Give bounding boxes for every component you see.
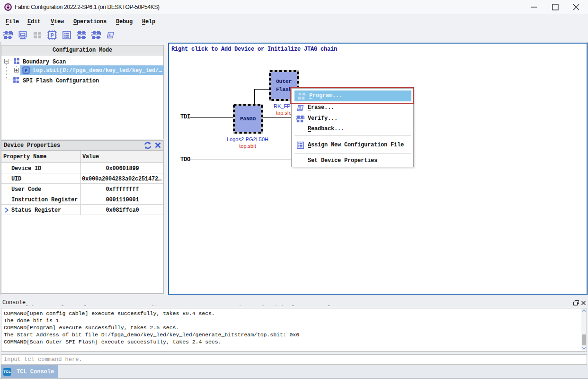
svg-text:E: E (109, 33, 112, 37)
svg-text:P: P (25, 68, 27, 73)
svg-text:P: P (50, 33, 53, 39)
